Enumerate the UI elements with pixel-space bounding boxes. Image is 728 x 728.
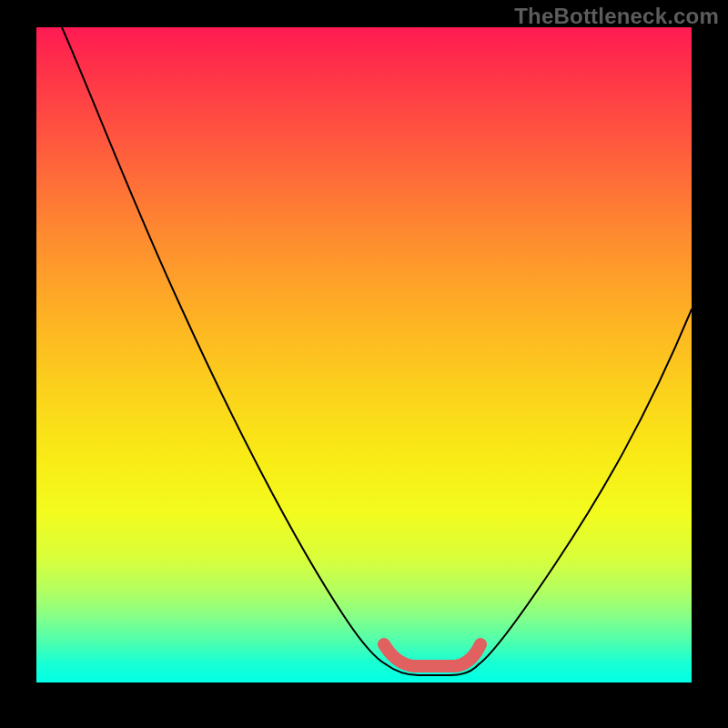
chart-frame: TheBottleneck.com <box>0 0 728 728</box>
curve-right-ascent <box>479 309 692 664</box>
plot-area <box>36 27 692 682</box>
curve-left-descent <box>62 27 386 664</box>
chart-curves <box>36 27 692 682</box>
curve-valley-highlight <box>384 644 480 666</box>
watermark-label: TheBottleneck.com <box>514 4 719 29</box>
